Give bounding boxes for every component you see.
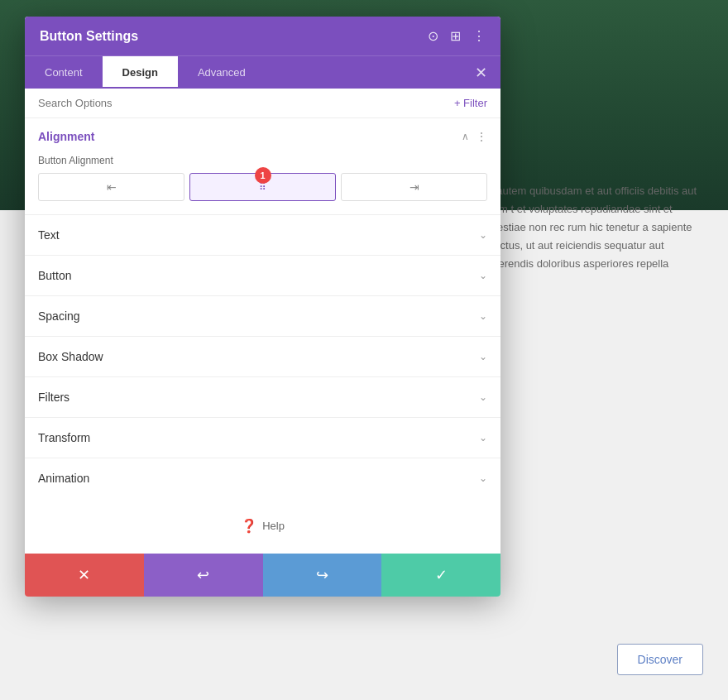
collapse-icon[interactable]: ∧	[462, 131, 469, 142]
alignment-options: ⇤ 1 ⠿ ⇥	[38, 173, 487, 201]
tab-design[interactable]: Design	[103, 56, 178, 89]
box-shadow-section-title: Box Shadow	[38, 350, 103, 363]
box-shadow-section: Box Shadow ⌄	[25, 336, 500, 376]
alignment-title: Alignment	[38, 130, 94, 143]
selection-badge: 1	[255, 167, 271, 184]
spacing-section-header[interactable]: Spacing ⌄	[25, 296, 500, 336]
animation-chevron-icon: ⌄	[479, 472, 487, 484]
target-icon[interactable]: ⊙	[428, 28, 438, 44]
help-label[interactable]: Help	[262, 520, 285, 532]
align-right-icon: ⇥	[410, 180, 419, 194]
text-section-title: Text	[38, 228, 60, 242]
tabs-bar: Content Design Advanced ✕	[25, 55, 500, 89]
tab-advanced[interactable]: Advanced	[178, 56, 266, 89]
header-icons: ⊙ ⊞ ⋮	[428, 28, 486, 44]
transform-section: Transform ⌄	[25, 417, 500, 458]
panel-body: Alignment ∧ ⋮ Button Alignment ⇤ 1 ⠿	[25, 118, 500, 554]
panel-header: Button Settings ⊙ ⊞ ⋮	[25, 17, 500, 55]
button-section: Button ⌄	[25, 255, 500, 295]
columns-icon[interactable]: ⊞	[450, 28, 461, 44]
alignment-section-header: Alignment ∧ ⋮	[25, 118, 500, 150]
section-more-icon[interactable]: ⋮	[476, 130, 487, 143]
help-section: ❓ Help	[25, 498, 500, 554]
discover-button[interactable]: Discover	[617, 644, 703, 675]
transform-section-title: Transform	[38, 431, 90, 444]
more-icon[interactable]: ⋮	[472, 28, 486, 44]
section-controls: ∧ ⋮	[462, 130, 487, 143]
button-settings-panel: Button Settings ⊙ ⊞ ⋮ Content Design Adv…	[25, 17, 500, 597]
bottom-bar: ✕ ↩ ↪ ✓	[25, 554, 500, 597]
align-left-icon: ⇤	[107, 180, 117, 194]
button-section-header[interactable]: Button ⌄	[25, 256, 500, 295]
filter-button[interactable]: + Filter	[454, 97, 487, 109]
align-center-option[interactable]: 1 ⠿	[189, 173, 336, 201]
text-section: Text ⌄	[25, 214, 500, 255]
animation-section-title: Animation	[38, 472, 89, 485]
box-shadow-section-header[interactable]: Box Shadow ⌄	[25, 337, 500, 376]
box-shadow-chevron-icon: ⌄	[479, 351, 487, 362]
button-chevron-icon: ⌄	[479, 270, 487, 281]
transform-chevron-icon: ⌄	[479, 432, 487, 443]
filters-section: Filters ⌄	[25, 376, 500, 417]
background-text: ius autem quibusdam et aut officiis debi…	[463, 165, 728, 290]
filters-section-title: Filters	[38, 391, 69, 404]
align-left-option[interactable]: ⇤	[38, 173, 184, 201]
spacing-section-title: Spacing	[38, 309, 80, 323]
animation-section: Animation ⌄	[25, 458, 500, 498]
spacing-section: Spacing ⌄	[25, 295, 500, 336]
spacing-chevron-icon: ⌄	[479, 310, 487, 322]
animation-section-header[interactable]: Animation ⌄	[25, 458, 500, 498]
redo-button[interactable]: ↪	[263, 554, 382, 597]
transform-section-header[interactable]: Transform ⌄	[25, 418, 500, 458]
button-section-title: Button	[38, 269, 71, 282]
alignment-label: Button Alignment	[38, 155, 487, 166]
search-bar: + Filter	[25, 89, 500, 118]
text-section-header[interactable]: Text ⌄	[25, 215, 500, 255]
undo-button[interactable]: ↩	[144, 554, 263, 597]
alignment-row: Button Alignment ⇤ 1 ⠿ ⇥	[25, 150, 500, 214]
help-icon[interactable]: ❓	[241, 518, 257, 534]
cancel-button[interactable]: ✕	[25, 554, 144, 597]
filters-chevron-icon: ⌄	[479, 391, 487, 403]
close-icon[interactable]: ✕	[462, 56, 500, 89]
tab-content[interactable]: Content	[25, 56, 103, 89]
confirm-button[interactable]: ✓	[381, 554, 500, 597]
panel-title: Button Settings	[40, 29, 138, 44]
align-right-option[interactable]: ⇥	[341, 173, 487, 201]
filters-section-header[interactable]: Filters ⌄	[25, 377, 500, 417]
search-input[interactable]	[38, 97, 448, 109]
text-chevron-icon: ⌄	[479, 229, 487, 241]
